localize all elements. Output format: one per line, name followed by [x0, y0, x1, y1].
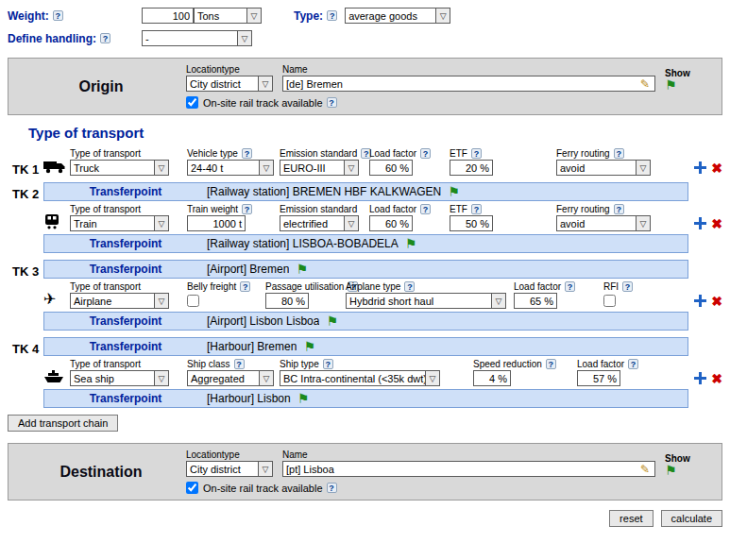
help-icon[interactable]: ? [323, 359, 333, 369]
help-icon[interactable]: ? [242, 148, 252, 159]
destination-locationtype-select[interactable]: City district ▽ [186, 461, 273, 477]
transferpoint-label: Transferpoint [44, 314, 207, 328]
tk4-speed-reduction-input[interactable]: 4% [473, 370, 511, 386]
tk3-passage-utilisation-input[interactable]: 80% [265, 293, 309, 309]
define-handling-label-text: Define handling: [8, 32, 96, 45]
origin-locationtype-select[interactable]: City district ▽ [186, 76, 273, 92]
goods-type-select[interactable]: average goods ▽ [345, 8, 450, 24]
tk2-etf-input[interactable]: 50% [450, 215, 493, 231]
show-on-map-flag-icon[interactable]: ⚑ [326, 314, 338, 328]
define-handling-select[interactable]: - ▽ [142, 30, 252, 46]
chevron-down-icon: ▽ [636, 216, 650, 230]
help-icon[interactable]: ? [614, 204, 624, 214]
help-icon[interactable]: ? [327, 483, 337, 493]
help-icon[interactable]: ? [628, 359, 638, 369]
origin-rail-track-checkbox[interactable] [186, 96, 198, 109]
tk4-ship-class-select[interactable]: Aggregated▽ [187, 370, 274, 386]
delete-chain-icon[interactable]: ✖ [711, 372, 722, 385]
field-label: Ferry routing? [556, 148, 657, 159]
delete-chain-icon[interactable]: ✖ [711, 295, 722, 308]
tk4-type-of-transport-select[interactable]: Sea ship▽ [70, 370, 169, 386]
tk1-load-factor-input[interactable]: 60% [369, 160, 413, 176]
chain-4-label: TK 4 [12, 342, 39, 356]
help-icon[interactable]: ? [240, 281, 250, 292]
name-label: Name [282, 450, 655, 460]
delete-chain-icon[interactable]: ✖ [711, 217, 722, 230]
show-on-map-flag-icon[interactable]: ⚑ [665, 78, 677, 92]
help-icon[interactable]: ? [614, 148, 624, 159]
help-icon[interactable]: ? [327, 10, 337, 21]
tk3-type-of-transport-select[interactable]: Airplane▽ [70, 293, 169, 309]
weight-unit-select[interactable]: Tons ▽ [194, 8, 262, 24]
add-transport-chain-button[interactable]: Add transport chain [8, 415, 118, 432]
tk3-airplane-type-select[interactable]: Hybdrid short haul▽ [346, 293, 506, 309]
show-on-map-flag-icon[interactable]: ⚑ [297, 392, 310, 405]
field-label: Vehicle type? [187, 148, 280, 159]
add-leg-icon[interactable] [693, 216, 707, 230]
add-leg-icon[interactable] [693, 294, 707, 308]
destination-rail-track-checkbox[interactable] [186, 482, 198, 494]
show-on-map-flag-icon[interactable]: ⚑ [448, 185, 460, 198]
add-leg-icon[interactable] [693, 371, 707, 385]
origin-name-field[interactable] [286, 78, 638, 90]
weight-input[interactable] [142, 8, 194, 24]
weight-row: Weight: ? Tons ▽ Type: ? average goods ▽ [8, 8, 722, 24]
tk1-vehicle-type-select[interactable]: 24-40 t▽ [187, 160, 274, 176]
help-icon[interactable]: ? [546, 359, 556, 369]
show-on-map-flag-icon[interactable]: ⚑ [405, 237, 417, 250]
help-icon[interactable]: ? [622, 281, 633, 292]
tk1-ferry-routing-select[interactable]: avoid▽ [556, 160, 651, 176]
transport-chain-4: TK 4 Transferpoint [Harbour] Bremen ⚑ Ty… [8, 337, 722, 408]
tk1-emission-standard-select[interactable]: EURO-III▽ [280, 160, 359, 176]
tk2-ferry-routing-select[interactable]: avoid▽ [556, 215, 651, 231]
help-icon[interactable]: ? [100, 33, 110, 43]
tk2-load-factor-input[interactable]: 60% [369, 215, 413, 231]
transferpoint-label: Transferpoint [44, 263, 207, 276]
tk1-etf-input[interactable]: 20% [450, 160, 493, 176]
delete-chain-icon[interactable]: ✖ [711, 161, 722, 175]
edit-pencil-icon[interactable]: ✎ [638, 463, 652, 476]
help-icon[interactable]: ? [234, 359, 245, 369]
tk3-rfi-checkbox[interactable] [603, 295, 616, 307]
transferpoint-label: Transferpoint [44, 185, 207, 198]
weight-input-field[interactable] [145, 10, 190, 22]
tk2-emission-standard-select[interactable]: electrified▽ [280, 215, 359, 231]
edit-pencil-icon[interactable]: ✎ [638, 77, 652, 91]
calculate-button[interactable]: calculate [661, 510, 722, 527]
tk3-belly-freight-checkbox[interactable] [187, 295, 199, 307]
show-on-map-flag-icon[interactable]: ⚑ [665, 464, 677, 477]
tk2-train-weight-input[interactable]: 1000 t [187, 215, 246, 231]
chevron-down-icon: ▽ [154, 294, 168, 308]
field-label: Ferry routing? [556, 204, 657, 214]
field-label: Load factor? [369, 148, 450, 159]
help-icon[interactable]: ? [420, 204, 431, 214]
goods-type-label-text: Type: [294, 9, 323, 23]
tk4-load-factor-input[interactable]: 57% [577, 370, 620, 386]
help-icon[interactable]: ? [404, 281, 415, 292]
add-leg-icon[interactable] [693, 161, 707, 175]
help-icon[interactable]: ? [471, 204, 482, 214]
tk3-load-factor-input[interactable]: 65% [514, 293, 557, 309]
show-on-map-flag-icon[interactable]: ⚑ [303, 340, 315, 353]
weight-label-text: Weight: [8, 9, 49, 23]
tk4-ship-type-select[interactable]: BC Intra-continental (<35k dwt)▽ [280, 370, 440, 386]
reset-button[interactable]: reset [609, 510, 653, 527]
destination-name-field[interactable] [286, 464, 638, 475]
tk2-type-of-transport-select[interactable]: Train▽ [70, 215, 169, 231]
origin-name-input[interactable]: ✎ [282, 76, 655, 92]
weight-unit-value: Tons [195, 10, 246, 22]
help-icon[interactable]: ? [420, 148, 431, 159]
truck-icon [43, 160, 70, 176]
help-icon[interactable]: ? [327, 97, 337, 108]
help-icon[interactable]: ? [471, 148, 482, 159]
show-on-map-flag-icon[interactable]: ⚑ [296, 263, 308, 276]
tk1-type-of-transport-select[interactable]: Truck▽ [70, 160, 169, 176]
help-icon[interactable]: ? [565, 281, 575, 292]
help-icon[interactable]: ? [242, 204, 252, 214]
transferpoint-value: [Railway station] LISBOA-BOBADELA [207, 237, 399, 250]
chevron-down-icon: ▽ [636, 161, 650, 175]
transport-chain-1: TK 1 Type of transport Truck▽ Vehicle ty… [8, 148, 722, 176]
help-icon[interactable]: ? [53, 10, 63, 21]
field-label: Emission standard? [280, 148, 369, 159]
destination-name-input[interactable]: ✎ [282, 461, 655, 477]
